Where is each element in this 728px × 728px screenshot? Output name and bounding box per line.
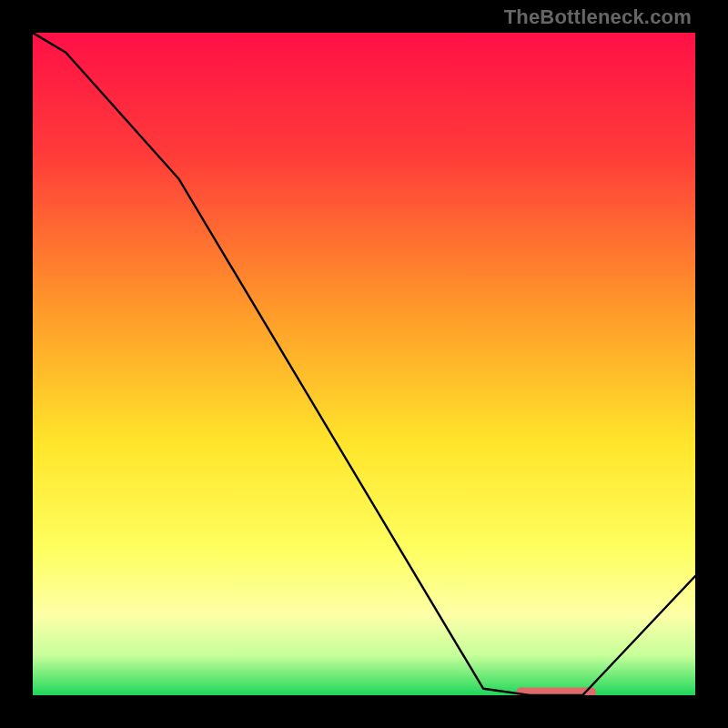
plot-area — [33, 33, 695, 695]
watermark-label: TheBottleneck.com — [504, 5, 692, 29]
gradient-background — [33, 33, 695, 695]
chart-frame: TheBottleneck.com — [0, 0, 728, 728]
chart-svg — [33, 33, 695, 695]
